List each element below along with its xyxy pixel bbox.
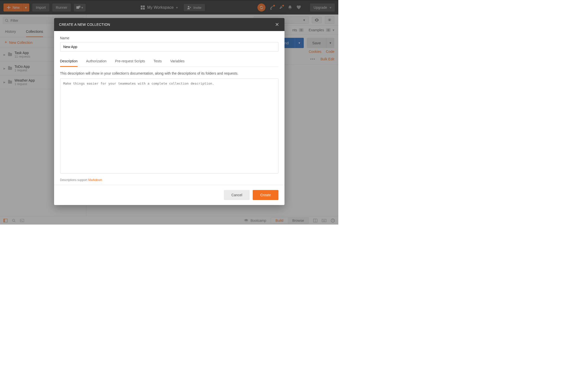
tab-variables[interactable]: Variables [170,56,185,67]
cancel-button[interactable]: Cancel [224,190,250,200]
create-button[interactable]: Create [253,190,278,200]
name-field-label: Name [60,36,278,40]
markdown-link[interactable]: Markdown [88,178,102,182]
tab-authorization[interactable]: Authorization [86,56,107,67]
tab-description[interactable]: Description [60,56,78,67]
markdown-note: Descriptions support Markdown [60,178,278,182]
modal-title: CREATE A NEW COLLECTION [59,23,110,27]
close-icon: ✕ [275,22,279,27]
tab-tests[interactable]: Tests [154,56,162,67]
description-hint: This description will show in your colle… [60,71,278,75]
modal-overlay: CREATE A NEW COLLECTION ✕ Name Descripti… [0,0,338,225]
tab-prerequest-scripts[interactable]: Pre-request Scripts [115,56,145,67]
collection-name-input[interactable] [60,42,278,52]
create-collection-modal: CREATE A NEW COLLECTION ✕ Name Descripti… [54,18,284,205]
markdown-note-prefix: Descriptions support [60,178,88,182]
description-textarea[interactable] [60,78,278,173]
close-button[interactable]: ✕ [275,22,279,28]
